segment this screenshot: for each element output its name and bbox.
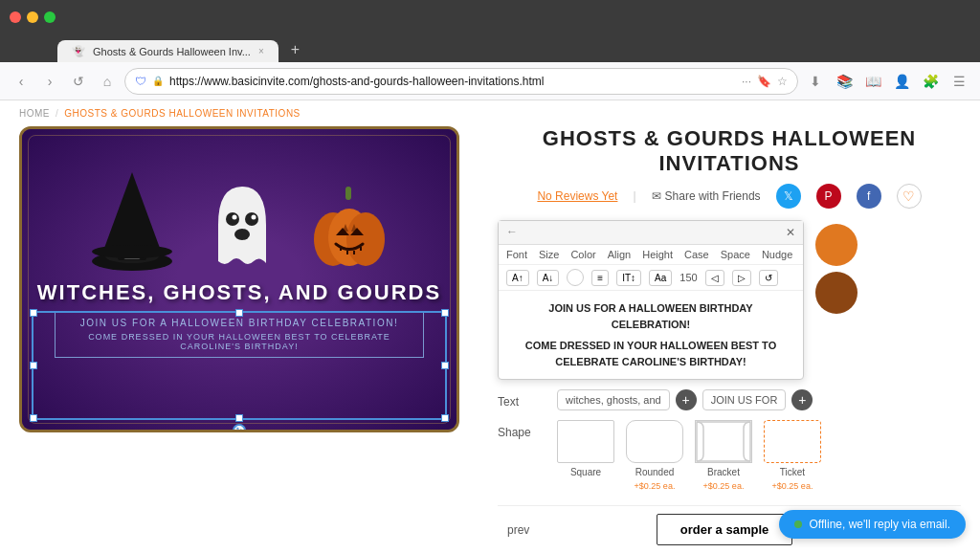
tab-title: Ghosts & Gourds Halloween Inv...	[93, 46, 251, 57]
no-reviews-link[interactable]: No Reviews Yet	[537, 189, 617, 203]
breadcrumb-home[interactable]: HOME	[19, 108, 50, 119]
text-chip-1[interactable]: witches, ghosts, and	[557, 389, 670, 410]
svg-rect-12	[345, 187, 351, 200]
nudge-right-button[interactable]: ▷	[732, 270, 751, 286]
star-icon[interactable]: ☆	[777, 75, 788, 88]
maximize-dot[interactable]	[44, 11, 56, 23]
active-tab[interactable]: 👻 Ghosts & Gourds Halloween Inv... ×	[57, 40, 278, 62]
breadcrumb: HOME / GHOSTS & GOURDS HALLOWEEN INVITAT…	[0, 100, 980, 126]
svg-point-15	[346, 212, 385, 266]
pumpkin-icon	[309, 182, 390, 273]
invite-sub1: JOIN US FOR A HALLOWEEN BIRTHDAY CELEBRA…	[70, 318, 409, 328]
editor-content[interactable]: JOIN US FOR A HALLOWEEN BIRTHDAY CELEBRA…	[499, 291, 803, 379]
shape-box-square	[557, 420, 614, 463]
order-sample-button[interactable]: order a sample	[657, 514, 793, 545]
forward-button[interactable]: ›	[38, 70, 61, 93]
shape-label-rounded: Rounded	[635, 467, 675, 477]
resize-handle-mr[interactable]	[441, 362, 449, 369]
twitter-share-button[interactable]: 𝕏	[776, 184, 801, 209]
swatch-orange[interactable]	[815, 224, 858, 266]
font-decrease-button[interactable]: A↓	[537, 270, 560, 286]
color-picker-button[interactable]	[567, 269, 584, 286]
font-increase-button[interactable]: A↑	[506, 270, 529, 286]
resize-handle-br[interactable]	[441, 414, 449, 422]
breadcrumb-current: GHOSTS & GOURDS HALLOWEEN INVITATIONS	[64, 108, 301, 119]
chat-bubble[interactable]: Offline, we'll reply via email.	[779, 510, 966, 539]
resize-handle-tr[interactable]	[441, 309, 449, 317]
text-label: Text	[498, 389, 546, 409]
tab-close-button[interactable]: ×	[258, 46, 264, 56]
page-content: HOME / GHOSTS & GOURDS HALLOWEEN INVITAT…	[0, 100, 980, 553]
text-chip-2[interactable]: JOIN US FOR	[702, 389, 787, 410]
browser-chrome	[0, 0, 980, 33]
product-meta: No Reviews Yet | ✉ Share with Friends 𝕏 …	[498, 184, 961, 209]
witch-hat-icon	[89, 167, 175, 273]
extensions-icon[interactable]: 🧩	[919, 70, 942, 93]
url-bar[interactable]: 🛡 🔒 https://www.basicinvite.com/ghosts-a…	[124, 68, 798, 95]
share-friends-button[interactable]: ✉ Share with Friends	[652, 189, 761, 203]
back-button[interactable]: ‹	[10, 70, 33, 93]
email-icon: ✉	[652, 189, 661, 203]
shape-option-rounded[interactable]: Rounded +$0.25 ea.	[626, 420, 683, 491]
shape-option-bracket[interactable]: Bracket +$0.25 ea.	[695, 420, 752, 491]
close-dot[interactable]	[10, 11, 21, 23]
case-label: Case	[684, 249, 709, 260]
prev-button[interactable]: prev	[498, 518, 539, 542]
shape-option-square[interactable]: Square	[557, 420, 614, 477]
bookmark-icon[interactable]: 🔖	[757, 75, 771, 88]
minimize-dot[interactable]	[27, 11, 38, 23]
shape-box-rounded	[626, 420, 683, 463]
rotate-handle[interactable]: ↻	[233, 424, 246, 432]
svg-point-7	[226, 212, 239, 226]
chip1-text: witches, ghosts, and	[566, 394, 661, 406]
tab-favicon: 👻	[72, 45, 85, 57]
reader-icon[interactable]: 📖	[861, 70, 884, 93]
editor-close-button[interactable]: ✕	[786, 226, 795, 239]
text-chip-add-2[interactable]: +	[791, 389, 813, 410]
text-property-row: Text witches, ghosts, and + JOIN US FOR …	[498, 389, 961, 410]
text-editor-header: ← ✕	[499, 221, 803, 245]
new-tab-button[interactable]: +	[286, 37, 304, 62]
resize-handle-bl[interactable]	[30, 414, 37, 422]
nudge-rotate-button[interactable]: ↺	[759, 270, 778, 286]
url-text: https://www.basicinvite.com/ghosts-and-g…	[169, 75, 736, 88]
nudge-label: Nudge	[762, 249, 792, 260]
text-chip-add-1[interactable]: +	[676, 389, 697, 410]
editor-line1: JOIN US FOR A HALLOWEEN BIRTHDAY CELEBRA…	[510, 300, 791, 332]
lock-icon: 🔒	[152, 76, 164, 86]
resize-handle-ml[interactable]	[30, 362, 37, 369]
reload-button[interactable]: ↺	[67, 70, 90, 93]
chip2-text: JOIN US FOR	[711, 394, 778, 406]
facebook-share-button[interactable]: f	[857, 184, 881, 209]
editor-back-button[interactable]: ←	[506, 225, 522, 240]
resize-handle-bm[interactable]	[235, 414, 243, 422]
more-button[interactable]: ···	[742, 75, 751, 88]
chat-label: Offline, we'll reply via email.	[810, 518, 950, 531]
swatch-brown[interactable]	[815, 272, 858, 314]
menu-icon[interactable]: ☰	[947, 70, 970, 93]
resize-handle-tl[interactable]	[30, 309, 37, 317]
nudge-value: 150	[679, 272, 697, 283]
wishlist-button[interactable]: ♡	[897, 184, 922, 209]
svg-point-9	[232, 215, 236, 220]
account-icon[interactable]: 👤	[890, 70, 913, 93]
shape-option-ticket[interactable]: Ticket +$0.25 ea.	[764, 420, 821, 491]
nudge-left-button[interactable]: ◁	[705, 270, 724, 286]
home-button[interactable]: ⌂	[96, 70, 119, 93]
breadcrumb-separator: /	[56, 108, 58, 119]
invite-card[interactable]: Witches, Ghosts, and Gourds JOIN US FOR …	[19, 126, 459, 432]
meta-separator: |	[633, 189, 635, 203]
svg-rect-22	[697, 422, 750, 461]
case-button[interactable]: Aa	[649, 270, 672, 286]
invitation-preview: Witches, Ghosts, and Gourds JOIN US FOR …	[0, 126, 479, 553]
shape-box-bracket	[695, 420, 752, 463]
align-button[interactable]: ≡	[591, 270, 609, 286]
size-label: Size	[539, 249, 559, 260]
library-icon[interactable]: 📚	[833, 70, 856, 93]
shape-label-bracket: Bracket	[707, 467, 740, 477]
pinterest-share-button[interactable]: P	[816, 184, 841, 209]
invite-sub2: COME DRESSED IN YOUR HALLOWEEN BEST TO C…	[70, 332, 409, 351]
download-icon[interactable]: ⬇	[804, 70, 827, 93]
height-button[interactable]: IT↕	[616, 270, 641, 286]
svg-point-10	[251, 215, 256, 220]
